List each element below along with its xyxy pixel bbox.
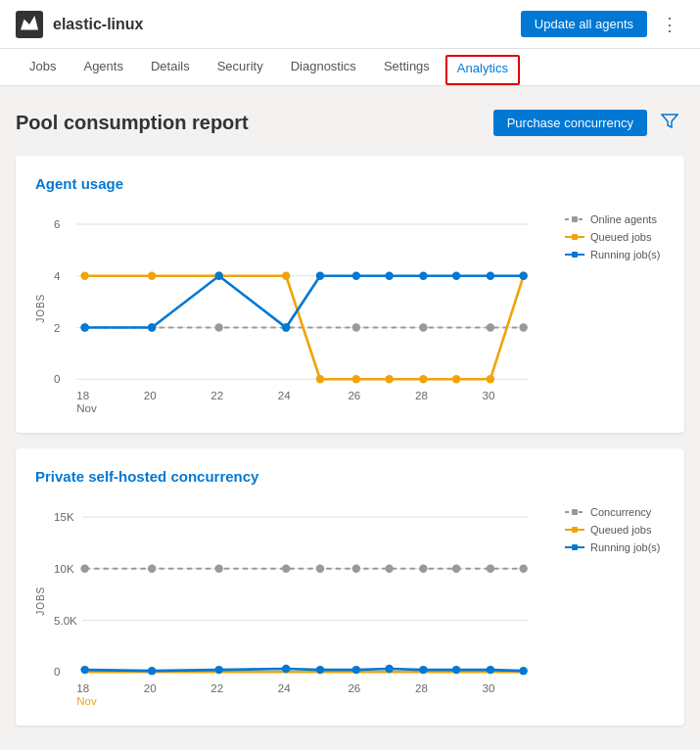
- svg-point-73: [519, 564, 527, 572]
- concurrency-legend: Concurrency Queued jobs Running job(s): [557, 496, 665, 706]
- agent-usage-title: Agent usage: [35, 175, 665, 192]
- nav-item-jobs[interactable]: Jobs: [16, 49, 70, 85]
- svg-point-78: [282, 665, 290, 673]
- svg-point-30: [148, 323, 156, 331]
- svg-point-75: [80, 666, 88, 674]
- svg-point-31: [214, 272, 222, 280]
- svg-point-26: [452, 375, 460, 383]
- svg-text:15K: 15K: [54, 511, 74, 523]
- svg-point-25: [419, 375, 427, 383]
- svg-point-84: [487, 666, 494, 674]
- svg-text:24: 24: [278, 682, 291, 694]
- svg-rect-99: [572, 544, 578, 550]
- filter-button[interactable]: [655, 106, 684, 140]
- legend-concurrency-running-label: Running job(s): [590, 541, 661, 553]
- svg-text:30: 30: [482, 390, 494, 401]
- svg-point-63: [80, 564, 88, 572]
- svg-point-19: [148, 272, 156, 280]
- logo: [16, 11, 43, 38]
- svg-point-21: [282, 272, 290, 280]
- agent-usage-chart-area: 6 4 2 0: [54, 204, 549, 413]
- queued-jobs-icon: [565, 231, 584, 243]
- svg-rect-51: [572, 234, 578, 240]
- legend-concurrency: Concurrency: [565, 506, 665, 518]
- top-bar: elastic-linux Update all agents ⋮: [0, 0, 700, 49]
- concurrency-chart-container: JOBS 15K 10K 5.0K 0: [35, 496, 665, 706]
- concurrency-title: Private self-hosted concurrency: [35, 468, 665, 485]
- svg-rect-53: [572, 252, 578, 258]
- legend-concurrency-label: Concurrency: [590, 506, 651, 518]
- svg-text:20: 20: [144, 390, 157, 401]
- svg-text:26: 26: [348, 682, 360, 694]
- filter-icon: [661, 112, 678, 129]
- page-header: Pool consumption report Purchase concurr…: [16, 106, 684, 140]
- concurrency-chart-area: 15K 10K 5.0K 0: [54, 496, 549, 706]
- update-all-agents-button[interactable]: Update all agents: [521, 11, 647, 37]
- svg-point-33: [316, 272, 324, 280]
- legend-online-agents-label: Online agents: [590, 213, 657, 225]
- svg-text:18: 18: [76, 682, 89, 694]
- svg-point-38: [487, 272, 494, 280]
- svg-point-69: [385, 564, 393, 572]
- svg-marker-0: [21, 16, 38, 29]
- top-bar-left: elastic-linux: [16, 11, 143, 38]
- svg-point-77: [214, 666, 222, 674]
- header-actions: Purchase concurrency: [493, 106, 684, 140]
- svg-point-71: [452, 564, 460, 572]
- concurrency-svg: 15K 10K 5.0K 0: [54, 496, 549, 703]
- nav-item-details[interactable]: Details: [137, 49, 204, 85]
- svg-text:22: 22: [210, 390, 223, 401]
- svg-text:20: 20: [144, 682, 157, 694]
- svg-point-34: [352, 272, 360, 280]
- svg-text:5.0K: 5.0K: [54, 615, 77, 627]
- svg-point-85: [519, 667, 527, 675]
- svg-point-24: [385, 375, 393, 383]
- svg-point-37: [452, 272, 460, 280]
- purchase-concurrency-button[interactable]: Purchase concurrency: [493, 110, 647, 136]
- svg-text:2: 2: [54, 322, 60, 334]
- nav-item-diagnostics[interactable]: Diagnostics: [277, 49, 370, 85]
- nav-item-settings[interactable]: Settings: [370, 49, 443, 85]
- main-content: Pool consumption report Purchase concurr…: [0, 86, 700, 750]
- svg-text:0: 0: [54, 666, 60, 678]
- svg-point-79: [316, 666, 324, 674]
- svg-point-64: [148, 564, 156, 572]
- svg-point-35: [385, 272, 393, 280]
- logo-icon: [21, 16, 38, 33]
- svg-point-81: [385, 665, 393, 673]
- legend-queued-jobs-label: Queued jobs: [590, 231, 651, 243]
- svg-point-83: [452, 666, 460, 674]
- legend-online-agents: Online agents: [565, 213, 665, 225]
- more-options-button[interactable]: ⋮: [655, 10, 684, 39]
- svg-rect-95: [572, 509, 578, 515]
- agent-usage-svg: 6 4 2 0: [54, 204, 549, 410]
- svg-text:Nov: Nov: [76, 402, 97, 414]
- legend-running-jobs: Running job(s): [565, 249, 665, 260]
- nav-item-agents[interactable]: Agents: [70, 49, 136, 85]
- agent-usage-y-label: JOBS: [35, 204, 46, 413]
- svg-point-17: [519, 323, 527, 331]
- concurrency-running-icon: [565, 541, 584, 553]
- svg-text:24: 24: [278, 390, 291, 401]
- running-jobs-icon: [565, 249, 584, 260]
- svg-text:0: 0: [54, 373, 60, 385]
- top-bar-right: Update all agents ⋮: [521, 10, 684, 39]
- agent-usage-card: Agent usage JOBS 6 4 2 0: [16, 156, 684, 433]
- svg-point-18: [80, 272, 88, 280]
- svg-text:30: 30: [482, 682, 494, 694]
- nav-item-security[interactable]: Security: [204, 49, 277, 85]
- svg-point-65: [214, 564, 222, 572]
- legend-queued-jobs: Queued jobs: [565, 231, 665, 243]
- svg-point-29: [80, 323, 88, 331]
- nav-item-analytics[interactable]: Analytics: [445, 55, 520, 85]
- legend-concurrency-running: Running job(s): [565, 541, 665, 553]
- svg-point-39: [519, 272, 527, 280]
- svg-text:6: 6: [54, 218, 60, 230]
- svg-text:Nov: Nov: [76, 695, 97, 707]
- svg-text:28: 28: [415, 390, 428, 401]
- legend-concurrency-queued: Queued jobs: [565, 524, 665, 536]
- svg-text:26: 26: [348, 390, 360, 401]
- svg-point-68: [352, 564, 360, 572]
- legend-running-jobs-label: Running job(s): [590, 249, 661, 260]
- svg-point-27: [487, 375, 494, 383]
